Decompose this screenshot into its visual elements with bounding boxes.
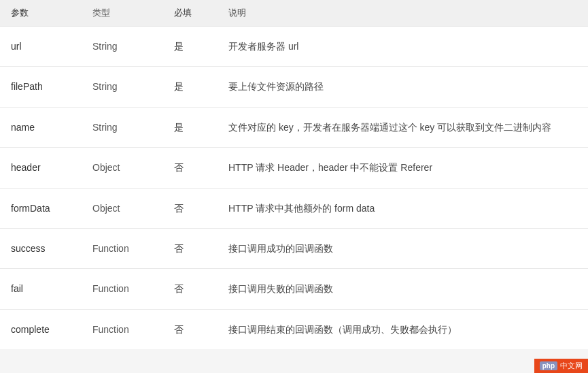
cell-param: name xyxy=(0,107,82,147)
table-row: successFunction否接口调用成功的回调函数 xyxy=(0,228,588,268)
cell-desc: 接口调用失败的回调函数 xyxy=(218,269,588,309)
footer-bar: php 中文网 xyxy=(534,359,588,373)
cell-type: Function xyxy=(82,228,163,268)
api-table-container: 参数 类型 必填 说明 urlString是开发者服务器 urlfilePath… xyxy=(0,0,588,349)
cell-param: complete xyxy=(0,309,82,349)
table-row: nameString是文件对应的 key，开发者在服务器端通过这个 key 可以… xyxy=(0,107,588,147)
table-row: headerObject否HTTP 请求 Header，header 中不能设置… xyxy=(0,148,588,188)
php-badge: php xyxy=(540,361,557,370)
cell-type: String xyxy=(82,67,163,107)
cell-desc: 要上传文件资源的路径 xyxy=(218,67,588,107)
cell-required: 是 xyxy=(163,107,218,147)
cell-type: String xyxy=(82,27,163,67)
cell-type: Function xyxy=(82,269,163,309)
cell-required: 否 xyxy=(163,228,218,268)
col-header-param: 参数 xyxy=(0,0,82,27)
api-params-table: 参数 类型 必填 说明 urlString是开发者服务器 urlfilePath… xyxy=(0,0,588,349)
cell-type: Object xyxy=(82,148,163,188)
table-row: completeFunction否接口调用结束的回调函数（调用成功、失败都会执行… xyxy=(0,309,588,349)
cell-required: 否 xyxy=(163,269,218,309)
cell-param: fail xyxy=(0,269,82,309)
table-row: formDataObject否HTTP 请求中其他额外的 form data xyxy=(0,188,588,228)
cell-param: url xyxy=(0,27,82,67)
cell-required: 是 xyxy=(163,67,218,107)
cell-param: filePath xyxy=(0,67,82,107)
table-row: urlString是开发者服务器 url xyxy=(0,27,588,67)
cell-required: 否 xyxy=(163,309,218,349)
table-header-row: 参数 类型 必填 说明 xyxy=(0,0,588,27)
cell-desc: 文件对应的 key，开发者在服务器端通过这个 key 可以获取到文件二进制内容 xyxy=(218,107,588,147)
col-header-required: 必填 xyxy=(163,0,218,27)
cell-type: Function xyxy=(82,309,163,349)
cell-required: 是 xyxy=(163,27,218,67)
cell-param: success xyxy=(0,228,82,268)
cell-desc: HTTP 请求中其他额外的 form data xyxy=(218,188,588,228)
cell-desc: 接口调用成功的回调函数 xyxy=(218,228,588,268)
cell-param: header xyxy=(0,148,82,188)
cell-desc: 接口调用结束的回调函数（调用成功、失败都会执行） xyxy=(218,309,588,349)
col-header-type: 类型 xyxy=(82,0,163,27)
cell-type: String xyxy=(82,107,163,147)
table-row: failFunction否接口调用失败的回调函数 xyxy=(0,269,588,309)
cell-desc: HTTP 请求 Header，header 中不能设置 Referer xyxy=(218,148,588,188)
cell-desc: 开发者服务器 url xyxy=(218,27,588,67)
cell-required: 否 xyxy=(163,188,218,228)
cell-required: 否 xyxy=(163,148,218,188)
cell-type: Object xyxy=(82,188,163,228)
table-row: filePathString是要上传文件资源的路径 xyxy=(0,67,588,107)
col-header-desc: 说明 xyxy=(218,0,588,27)
footer-chinese-label: 中文网 xyxy=(560,361,583,371)
cell-param: formData xyxy=(0,188,82,228)
